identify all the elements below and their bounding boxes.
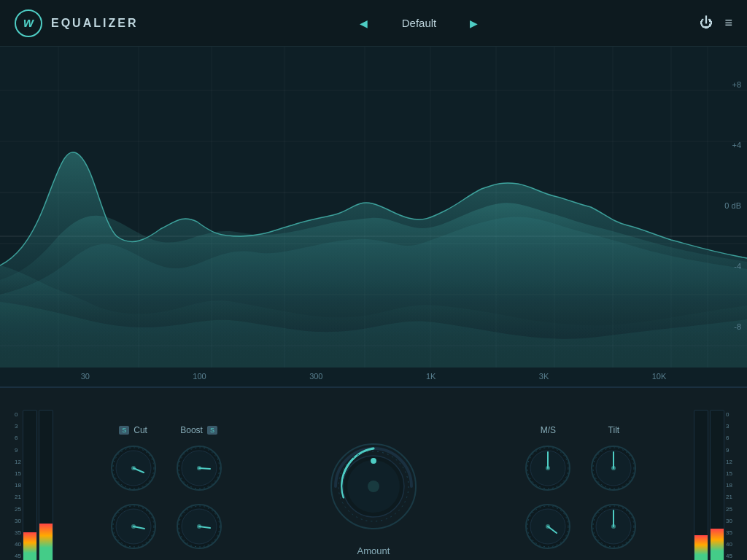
left-vu-meter-bar1 (23, 410, 37, 560)
eq-curve (0, 47, 747, 386)
header-center: ◀ Default ▶ (360, 17, 478, 29)
amount-knob[interactable] (326, 439, 421, 534)
boost-knob[interactable] (174, 443, 225, 494)
right-meter-scale: 036912 1518212530 3540455060 (726, 410, 732, 560)
knob-group-left: S Cut (108, 425, 225, 560)
freq-labels: 30 100 300 1K 3K 10K (0, 372, 747, 381)
release-knob[interactable] (174, 501, 225, 552)
prev-preset-button[interactable]: ◀ (360, 18, 368, 29)
svg-point-53 (546, 524, 550, 529)
ms-label: M/S (541, 425, 556, 435)
svg-point-32 (197, 466, 201, 470)
right-vu-meter-container: 036912 1518212530 3540455060 (694, 410, 732, 560)
svg-point-22 (131, 466, 136, 470)
cut-label: Cut (133, 425, 147, 435)
freq-label-10k: 10K (652, 372, 667, 381)
header: w EQUALIZER ◀ Default ▶ ⏻ ≡ (0, 0, 747, 47)
amount-label: Amount (357, 545, 390, 556)
db-labels: +8 +4 0 dB -4 -8 (724, 47, 741, 365)
cut-label-row: S Cut (119, 425, 147, 435)
power-button[interactable]: ⏻ (700, 15, 713, 31)
svg-point-58 (611, 466, 616, 470)
out-knob[interactable] (588, 501, 639, 552)
freq-label-1k: 1K (426, 372, 436, 381)
next-preset-button[interactable]: ▶ (470, 18, 478, 29)
ms-knob[interactable] (522, 443, 573, 494)
boost-column: Boost S Release (174, 425, 225, 560)
eq-display: +8 +4 0 dB -4 -8 30 100 300 1K 3K 10K (0, 47, 747, 386)
cut-column: S Cut (108, 425, 159, 560)
freq-label-30: 30 (81, 372, 90, 381)
svg-point-43 (368, 481, 379, 492)
db-label-zero: 0 dB (724, 201, 741, 210)
svg-point-27 (131, 524, 136, 529)
left-meter-scale: 036912 1518212530 3540455060 (15, 410, 21, 560)
app-title: EQUALIZER (51, 17, 138, 30)
db-label-m8: -8 (724, 322, 741, 331)
right-vu-meter-bar1 (694, 410, 708, 560)
tilt-out-column: Tilt Out A (588, 425, 639, 560)
db-label-m4: -4 (724, 262, 741, 271)
tilt-label: Tilt (608, 425, 620, 435)
knobs-section: S Cut (68, 425, 679, 560)
svg-point-48 (546, 466, 550, 470)
mix-knob[interactable] (522, 501, 573, 552)
svg-point-37 (197, 524, 201, 529)
db-label-p8: +8 (724, 80, 741, 89)
db-label-p4: +4 (724, 141, 741, 149)
logo-icon: w (15, 9, 42, 37)
cut-badge: S (119, 426, 129, 435)
cut-knob[interactable] (108, 443, 159, 494)
ms-mix-column: M/S Mix (522, 425, 573, 560)
header-right: ⏻ ≡ (700, 15, 732, 31)
left-vu-meter-container: 036912 1518212530 3540455060 (15, 410, 53, 560)
svg-point-63 (611, 524, 616, 529)
freq-label-3k: 3K (539, 372, 549, 381)
amount-section: Amount (326, 439, 421, 556)
freq-label-100: 100 (193, 372, 206, 381)
preset-name: Default (382, 17, 455, 29)
boost-label-row: Boost S (180, 425, 217, 435)
svg-point-42 (371, 458, 376, 464)
tilt-knob[interactable] (588, 443, 639, 494)
left-vu-meter-bar2 (39, 410, 53, 560)
knob-group-right: M/S Mix Tilt (522, 425, 639, 560)
boost-badge: S (207, 426, 217, 435)
boost-label: Boost (180, 425, 203, 435)
header-left: w EQUALIZER (15, 9, 138, 37)
menu-button[interactable]: ≡ (724, 15, 732, 31)
attack-knob[interactable] (108, 501, 159, 552)
freq-label-300: 300 (309, 372, 322, 381)
right-vu-meter-bar2 (710, 410, 724, 560)
controls: 036912 1518212530 3540455060 S Cut (0, 386, 747, 560)
